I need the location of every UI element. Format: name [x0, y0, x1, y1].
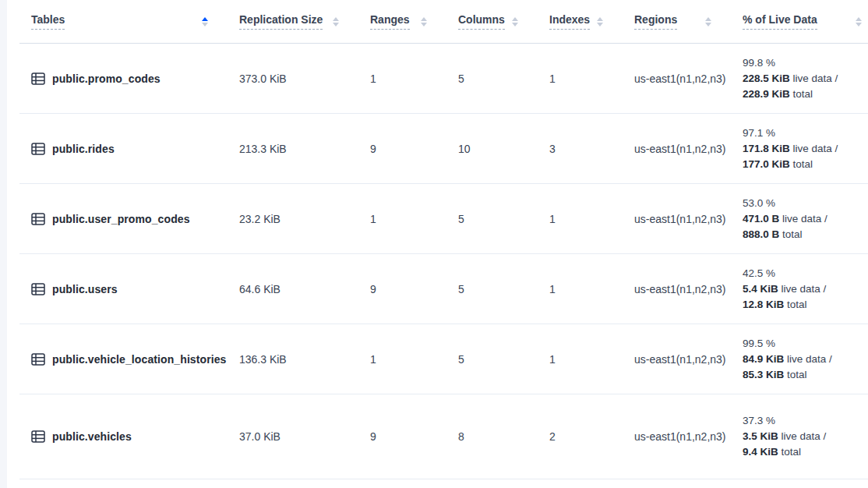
- live-data-live-label: live data /: [782, 213, 827, 225]
- column-header-replication-size[interactable]: Replication Size: [239, 13, 370, 30]
- live-data-percent: 37.3 %: [743, 413, 868, 429]
- table-name-cell[interactable]: public.promo_codes: [31, 72, 239, 85]
- column-header-indexes[interactable]: Indexes: [549, 13, 634, 30]
- sort-arrows-icon: [597, 17, 603, 27]
- live-data-live-label: live data /: [782, 283, 827, 295]
- column-header-ranges[interactable]: Ranges: [370, 13, 458, 30]
- live-data-live-value: 228.5 KiB: [743, 72, 790, 84]
- live-data-cell: 37.3 %3.5 KiB live data /9.4 KiB total: [743, 413, 868, 460]
- columns-cell: 5: [458, 353, 549, 366]
- live-data-total-line: 9.4 KiB total: [743, 444, 868, 460]
- table-row[interactable]: public.vehicle_location_histories136.3 K…: [19, 324, 868, 394]
- live-data-percent: 97.1 %: [743, 126, 868, 141]
- columns-cell: 8: [458, 430, 549, 443]
- live-data-cell: 42.5 %5.4 KiB live data /12.8 KiB total: [743, 266, 868, 313]
- ranges-cell: 1: [370, 72, 458, 85]
- ranges-cell: 9: [370, 430, 458, 443]
- indexes-cell: 1: [549, 283, 634, 295]
- ranges-cell: 9: [370, 283, 458, 295]
- table-name-cell[interactable]: public.vehicles: [31, 430, 239, 443]
- table-row[interactable]: public.user_promo_codes23.2 KiB151us-eas…: [19, 184, 868, 254]
- table-body: public.promo_codes373.0 KiB151us-east1(n…: [7, 44, 868, 479]
- sort-arrows-icon: [333, 17, 339, 27]
- live-data-total-line: 177.0 KiB total: [743, 157, 868, 172]
- indexes-cell: 1: [549, 353, 634, 366]
- table-row[interactable]: public.rides213.3 KiB9103us-east1(n1,n2,…: [19, 114, 868, 184]
- live-data-live-line: 3.5 KiB live data /: [743, 429, 868, 444]
- column-header-live-data[interactable]: % of Live Data: [743, 13, 868, 30]
- table-icon: [31, 430, 45, 443]
- indexes-cell: 3: [549, 143, 634, 155]
- live-data-percent: 42.5 %: [743, 266, 868, 281]
- replication-size-cell: 213.3 KiB: [239, 143, 370, 155]
- table-name-cell[interactable]: public.vehicle_location_histories: [31, 353, 239, 366]
- live-data-live-line: 84.9 KiB live data /: [743, 352, 868, 367]
- table-icon: [31, 143, 45, 155]
- column-header-label: Replication Size: [239, 13, 323, 30]
- live-data-total-value: 85.3 KiB: [743, 369, 784, 380]
- live-data-cell: 99.8 %228.5 KiB live data /228.9 KiB tot…: [743, 55, 868, 102]
- column-header-label: Regions: [634, 13, 677, 30]
- live-data-total-value: 9.4 KiB: [743, 446, 778, 458]
- table-name-cell[interactable]: public.users: [31, 283, 239, 295]
- live-data-cell: 53.0 %471.0 B live data /888.0 B total: [743, 196, 868, 242]
- sort-arrows-icon: [202, 17, 208, 27]
- replication-size-cell: 136.3 KiB: [239, 353, 370, 366]
- live-data-live-label: live data /: [782, 430, 827, 442]
- columns-cell: 5: [458, 72, 549, 85]
- table-name: public.vehicle_location_histories: [52, 353, 226, 366]
- table-row[interactable]: public.vehicles37.0 KiB982us-east1(n1,n2…: [19, 394, 868, 479]
- table-name-cell[interactable]: public.rides: [31, 143, 239, 155]
- ranges-cell: 1: [370, 353, 458, 366]
- live-data-live-value: 171.8 KiB: [743, 143, 790, 154]
- live-data-total-label: total: [782, 446, 802, 458]
- live-data-total-label: total: [793, 158, 813, 170]
- table-name-cell[interactable]: public.user_promo_codes: [31, 213, 239, 225]
- live-data-total-label: total: [782, 228, 803, 240]
- regions-cell: us-east1(n1,n2,n3): [634, 143, 743, 155]
- live-data-percent: 99.5 %: [743, 336, 868, 352]
- column-header-label: Tables: [31, 13, 65, 30]
- live-data-cell: 97.1 %171.8 KiB live data /177.0 KiB tot…: [743, 126, 868, 172]
- table-row[interactable]: public.promo_codes373.0 KiB151us-east1(n…: [19, 44, 868, 114]
- column-header-label: Indexes: [549, 13, 590, 30]
- table-icon: [31, 72, 45, 85]
- ranges-cell: 9: [370, 143, 458, 155]
- table-name: public.promo_codes: [52, 72, 161, 85]
- live-data-live-value: 5.4 KiB: [743, 283, 778, 295]
- live-data-total-label: total: [787, 299, 807, 310]
- sort-arrows-icon: [705, 17, 711, 27]
- regions-cell: us-east1(n1,n2,n3): [634, 213, 743, 225]
- sort-arrows-icon: [421, 17, 427, 27]
- live-data-live-line: 228.5 KiB live data /: [743, 71, 868, 87]
- regions-cell: us-east1(n1,n2,n3): [634, 72, 743, 85]
- column-header-tables[interactable]: Tables: [31, 13, 239, 30]
- live-data-live-line: 471.0 B live data /: [743, 211, 868, 227]
- live-data-total-line: 228.9 KiB total: [743, 87, 868, 102]
- columns-cell: 5: [458, 283, 549, 295]
- table-icon: [31, 283, 45, 295]
- live-data-total-value: 12.8 KiB: [743, 299, 784, 310]
- live-data-live-line: 171.8 KiB live data /: [743, 141, 868, 157]
- column-header-label: % of Live Data: [743, 13, 817, 30]
- table-row[interactable]: public.users64.6 KiB951us-east1(n1,n2,n3…: [19, 254, 868, 324]
- regions-cell: us-east1(n1,n2,n3): [634, 353, 743, 366]
- live-data-total-label: total: [787, 369, 807, 380]
- column-header-columns[interactable]: Columns: [458, 13, 549, 30]
- indexes-cell: 1: [549, 72, 634, 85]
- live-data-live-line: 5.4 KiB live data /: [743, 281, 868, 297]
- live-data-total-value: 228.9 KiB: [743, 88, 790, 100]
- live-data-live-label: live data /: [787, 353, 832, 365]
- live-data-live-value: 3.5 KiB: [743, 430, 778, 442]
- replication-size-cell: 64.6 KiB: [239, 283, 370, 295]
- sort-arrows-icon: [512, 17, 518, 27]
- table-icon: [31, 353, 45, 366]
- ranges-cell: 1: [370, 213, 458, 225]
- regions-cell: us-east1(n1,n2,n3): [634, 283, 743, 295]
- live-data-total-line: 888.0 B total: [743, 227, 868, 242]
- live-data-total-line: 12.8 KiB total: [743, 297, 868, 313]
- column-header-regions[interactable]: Regions: [634, 13, 743, 30]
- database-tables-table: TablesReplication SizeRangesColumnsIndex…: [7, 0, 868, 479]
- replication-size-cell: 37.0 KiB: [239, 430, 370, 443]
- live-data-percent: 99.8 %: [743, 55, 868, 71]
